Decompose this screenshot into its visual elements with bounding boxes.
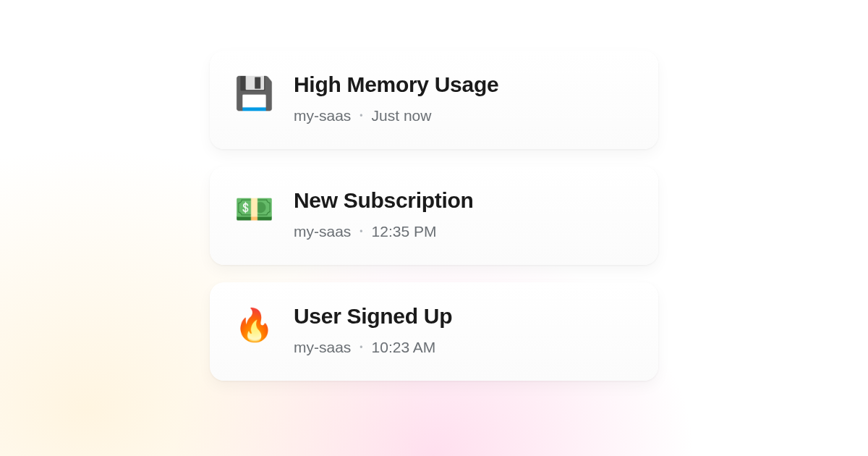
meta-separator: • xyxy=(359,227,362,237)
meta-separator: • xyxy=(359,111,362,121)
notifications-list: 💾 High Memory Usage my-saas • Just now 💵… xyxy=(210,51,658,381)
notification-card[interactable]: 💵 New Subscription my-saas • 12:35 PM xyxy=(210,166,658,265)
notification-project: my-saas xyxy=(294,339,351,356)
notification-content: User Signed Up my-saas • 10:23 AM xyxy=(294,304,632,356)
floppy-disk-icon: 💾 xyxy=(236,75,272,111)
notification-card[interactable]: 💾 High Memory Usage my-saas • Just now xyxy=(210,51,658,149)
notification-meta: my-saas • 12:35 PM xyxy=(294,223,632,240)
notification-time: 10:23 AM xyxy=(372,339,436,356)
dollar-banknote-icon: 💵 xyxy=(236,191,272,227)
notification-time: 12:35 PM xyxy=(372,223,437,240)
notification-content: High Memory Usage my-saas • Just now xyxy=(294,72,632,124)
notification-card[interactable]: 🔥 User Signed Up my-saas • 10:23 AM xyxy=(210,282,658,381)
fire-icon: 🔥 xyxy=(236,307,272,343)
notification-content: New Subscription my-saas • 12:35 PM xyxy=(294,188,632,240)
notification-meta: my-saas • Just now xyxy=(294,107,632,124)
notification-meta: my-saas • 10:23 AM xyxy=(294,339,632,356)
notification-project: my-saas xyxy=(294,223,351,240)
notification-title: New Subscription xyxy=(294,188,632,213)
notification-project: my-saas xyxy=(294,107,351,124)
notification-time: Just now xyxy=(372,107,432,124)
notification-title: User Signed Up xyxy=(294,304,632,329)
meta-separator: • xyxy=(359,342,362,352)
notification-title: High Memory Usage xyxy=(294,72,632,97)
